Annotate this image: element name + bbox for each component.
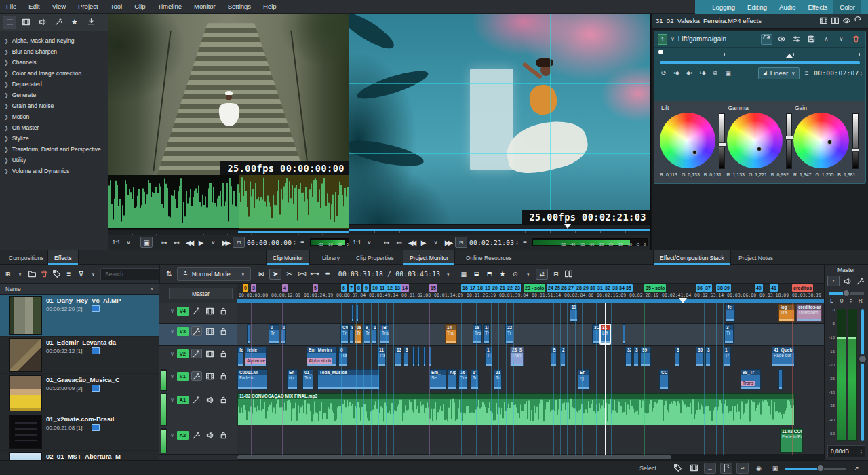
timeline-clip[interactable]: C0011.MIFade In bbox=[237, 369, 267, 390]
goto-out-icon[interactable]: ↤ bbox=[172, 237, 182, 248]
move-down-icon[interactable]: ∨ bbox=[835, 34, 847, 45]
track-effects-icon[interactable] bbox=[191, 349, 202, 358]
timeline-clip[interactable]: 01_Tra bbox=[302, 369, 313, 390]
track-label[interactable]: V1 bbox=[177, 372, 189, 381]
timeline-clip[interactable]: 16Tra bbox=[458, 369, 468, 390]
track-header-v2[interactable]: ∨V2 bbox=[159, 346, 237, 368]
track-lane-a1[interactable]: 11-02 CONVOCAÇÃO MIX FINAL.mp3 bbox=[237, 392, 824, 428]
timecode-spinner[interactable]: ▴▾ bbox=[516, 240, 518, 245]
timeline-clip[interactable]: 11 bbox=[570, 304, 578, 322]
tab-clip-monitor[interactable]: Clip Monitor bbox=[266, 250, 310, 265]
interpolation-dropdown[interactable]: ◢ Linear ∨ bbox=[758, 67, 800, 79]
fit-timeline-icon[interactable]: ↗ bbox=[850, 463, 863, 474]
timeline-clip[interactable]: 18Tra bbox=[473, 324, 482, 344]
track-lock-icon[interactable] bbox=[218, 430, 229, 440]
timeline-clip[interactable]: fehleAlphaove bbox=[245, 347, 267, 366]
track-label[interactable]: A1 bbox=[177, 396, 189, 404]
spacer-tool-icon[interactable]: ⊳⊲ bbox=[297, 269, 307, 280]
ruler-marker[interactable]: 35 - solo bbox=[644, 284, 666, 292]
add-keyframe-icon[interactable]: +◆ bbox=[696, 68, 708, 79]
target-icon[interactable]: ◉ bbox=[753, 463, 765, 474]
track-effects-icon[interactable] bbox=[191, 430, 202, 440]
timeline-clip[interactable]: 1Tr bbox=[723, 347, 731, 366]
track-lane-v4[interactable]: 11felogTracreditos-anTransform bbox=[237, 303, 824, 324]
ruler-marker[interactable]: 37 bbox=[704, 284, 712, 292]
timeline-zoom-slider[interactable] bbox=[785, 466, 846, 471]
play-icon[interactable]: ▶ bbox=[196, 237, 206, 248]
bin-clip-item[interactable]: 02_01_MST_Abertura_M bbox=[0, 451, 159, 460]
ruler-marker[interactable]: 14 bbox=[401, 284, 409, 292]
master-gain-field[interactable]: 0,00dB ▴▾ bbox=[827, 445, 865, 457]
timeline-ruler[interactable]: 03456789101112131415161718192021222323 -… bbox=[237, 284, 824, 303]
play-options-icon[interactable]: ∨ bbox=[208, 237, 218, 248]
project-monitor-timecode[interactable]: 00:02:21:03 bbox=[469, 239, 514, 246]
track-header-a2[interactable]: ∨A2 bbox=[159, 428, 237, 455]
chevron-down-icon[interactable]: ∨ bbox=[170, 351, 174, 357]
effect-category[interactable]: ❯Transform, Distort and Perspective bbox=[0, 144, 108, 155]
timeline-clip[interactable]: fe bbox=[726, 304, 735, 322]
timeline-clip[interactable] bbox=[351, 304, 354, 322]
track-effects-icon[interactable] bbox=[191, 371, 202, 381]
track-hide-icon[interactable] bbox=[205, 306, 216, 316]
wheel-cursor[interactable] bbox=[827, 140, 832, 145]
next-keyframe-icon[interactable]: ◆› bbox=[684, 68, 695, 79]
effect-category[interactable]: ❯Grain and Noise bbox=[0, 100, 108, 111]
list-icon[interactable] bbox=[3, 16, 16, 29]
chevron-down-icon[interactable]: ∨ bbox=[364, 237, 374, 248]
tab-effect-composition-stack[interactable]: Effect/Composition Stack bbox=[653, 250, 731, 265]
download-icon[interactable] bbox=[84, 16, 98, 29]
insert-zone-icon[interactable]: ⬓ bbox=[471, 269, 481, 280]
keyframe-position-marker[interactable] bbox=[786, 54, 793, 58]
track-lane-v3[interactable]: 0Tr0C0Tr808Tr9_Tr10[B'Tra14Tra18Tra1!Tr2… bbox=[237, 324, 824, 346]
track-header-v3[interactable]: ∨V3 bbox=[159, 324, 237, 346]
menu-view[interactable]: View bbox=[46, 0, 72, 14]
menu-help[interactable]: Help bbox=[257, 0, 283, 14]
ruler-marker[interactable]: 9 bbox=[363, 284, 369, 292]
create-folder-icon[interactable] bbox=[27, 269, 37, 280]
menu-timeline[interactable]: Timeline bbox=[152, 0, 189, 14]
ruler-marker[interactable]: 8 bbox=[356, 284, 361, 292]
timeline-clip[interactable]: 21Tr bbox=[494, 369, 502, 390]
track-lock-icon[interactable] bbox=[218, 371, 229, 381]
ruler-marker[interactable]: 39 bbox=[723, 284, 731, 292]
monitor-menu-icon[interactable]: ≡ bbox=[298, 237, 308, 248]
compare-icon[interactable] bbox=[829, 16, 841, 26]
keyframe-ruler[interactable] bbox=[654, 48, 865, 65]
timeline-clip[interactable]: 23_STran bbox=[510, 347, 524, 366]
slip-tool-icon[interactable]: ⇤⇥ bbox=[310, 269, 320, 280]
effect-category[interactable]: ❯Color and Image correction bbox=[0, 68, 108, 79]
timeline-clip[interactable]: 14Tra bbox=[445, 324, 457, 344]
timeline-position-timecodes[interactable]: 00:03:31:18 / 00:03:45:13 bbox=[338, 270, 441, 278]
sort-icon[interactable]: ∧ bbox=[150, 286, 153, 292]
flag-icon[interactable] bbox=[720, 463, 732, 474]
timeline-clip[interactable]: [B'Tra bbox=[380, 324, 389, 344]
bin-clip-item[interactable]: 01_x2mate.com-Brasil00:00:21:08 [1] bbox=[0, 413, 159, 451]
timeline-clip[interactable]: Em_MovimAlpha strob bbox=[307, 347, 337, 366]
timeline-clip[interactable]: 3 bbox=[705, 347, 711, 366]
effect-category[interactable]: ❯Utility bbox=[0, 155, 108, 166]
effect-category[interactable]: ❯On Master bbox=[0, 122, 108, 133]
ruler-marker[interactable]: 36 bbox=[696, 284, 704, 292]
timeline-clip[interactable]: 3Tr bbox=[724, 324, 734, 344]
tab-effects[interactable]: Effects bbox=[47, 250, 79, 265]
track-lock-icon[interactable] bbox=[218, 349, 229, 358]
ruler-marker[interactable]: 4 bbox=[282, 284, 288, 292]
ruler-marker[interactable]: 23 - solo bbox=[524, 284, 545, 292]
play-options-icon[interactable]: ∨ bbox=[431, 237, 441, 248]
track-effects-icon[interactable] bbox=[191, 326, 202, 336]
show-effect-icon[interactable] bbox=[841, 16, 852, 26]
track-options-icon[interactable]: ⇅ bbox=[164, 269, 174, 280]
selection-tool-icon[interactable]: ➤ bbox=[269, 269, 281, 280]
timeline-clip[interactable]: 99_TrTrans bbox=[741, 369, 761, 390]
fit-zone-icon[interactable]: ↔ bbox=[704, 463, 716, 474]
ruler-marker[interactable]: creditos bbox=[792, 284, 813, 292]
timeline-clip[interactable] bbox=[247, 324, 250, 344]
chevron-down-icon[interactable]: ∨ bbox=[170, 397, 174, 403]
save-effect-icon[interactable] bbox=[806, 34, 817, 45]
goto-out-icon[interactable]: ↤ bbox=[394, 237, 404, 248]
track-hide-icon[interactable] bbox=[205, 371, 216, 381]
timeline-clip[interactable]: 0Tr bbox=[269, 324, 279, 344]
timeline-zone-bar[interactable] bbox=[237, 299, 824, 303]
rewind-icon[interactable]: ◀◀ bbox=[184, 237, 194, 248]
play-icon[interactable]: ▶ bbox=[418, 237, 429, 248]
